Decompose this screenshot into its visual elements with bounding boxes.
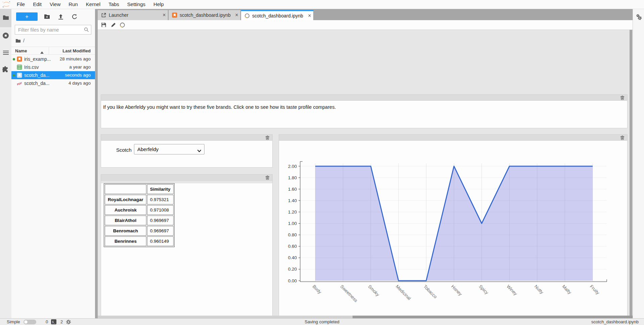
- tab-3-scotch-dashboard-ipynb[interactable]: scotch_dashboard.ipynb×: [241, 10, 314, 20]
- svg-text:1.20: 1.20: [288, 210, 297, 215]
- home-folder-icon: [15, 39, 21, 43]
- delete-cell-icon[interactable]: [265, 175, 270, 180]
- panel-splitter[interactable]: [95, 20, 98, 318]
- file-modified: 4 days ago: [68, 81, 91, 86]
- status-bar: Simple 0 $_ 2 Saving completed scotch_da…: [0, 318, 644, 325]
- right-sidebar-strip: [633, 9, 644, 318]
- svg-text:Fruity: Fruity: [589, 284, 601, 296]
- tab-label: scotch_dashboard.ipynb: [252, 13, 306, 18]
- taste-profile-area-chart: 0.000.200.400.600.801.001.201.401.601.80…: [279, 141, 627, 316]
- similarity-value: 0.969697: [147, 216, 174, 225]
- menu-kernel[interactable]: Kernel: [82, 1, 104, 7]
- jupyter-logo-icon: [2, 1, 11, 8]
- svg-text:Tobacco: Tobacco: [422, 284, 438, 299]
- notebook-icon: [17, 73, 22, 78]
- running-dot-icon: [13, 58, 15, 60]
- svg-text:0.20: 0.20: [288, 267, 297, 272]
- svg-text:1.40: 1.40: [288, 198, 297, 203]
- filter-files-input[interactable]: [15, 25, 91, 35]
- svg-text:0.40: 0.40: [288, 255, 297, 260]
- svg-text:Body: Body: [312, 284, 323, 295]
- similarity-table: Similarity RoyalLochnagar0.975321Auchroi…: [104, 183, 175, 247]
- menu-help[interactable]: Help: [149, 1, 168, 7]
- svg-text:PDF: PDF: [17, 82, 22, 86]
- notebook-icon: [172, 12, 177, 18]
- delete-cell-icon[interactable]: [265, 135, 270, 140]
- horizontal-scrollbar-track: [98, 316, 633, 318]
- menu-bar: FileEditViewRunKernelTabsSettingsHelp: [0, 0, 644, 9]
- table-row-royallochnagar[interactable]: RoyalLochnagar0.975321: [105, 195, 174, 204]
- brand-name[interactable]: Benromach: [105, 226, 146, 236]
- close-icon[interactable]: ×: [306, 13, 313, 19]
- new-folder-icon[interactable]: [44, 14, 50, 19]
- svg-text:Nutty: Nutty: [534, 284, 545, 295]
- close-icon[interactable]: ×: [160, 12, 168, 18]
- menu-run[interactable]: Run: [64, 1, 82, 7]
- brand-name[interactable]: BlairAthol: [105, 216, 146, 225]
- file-name: scotch_da...: [24, 73, 50, 78]
- delete-cell-icon[interactable]: [620, 135, 625, 140]
- cell-header: [101, 135, 272, 141]
- new-launcher-button[interactable]: +: [16, 12, 38, 21]
- menu-view[interactable]: View: [46, 1, 64, 7]
- svg-text:0.80: 0.80: [288, 232, 297, 237]
- file-browser-icon[interactable]: [3, 15, 9, 21]
- scotch-select[interactable]: Aberfeldy: [134, 144, 204, 154]
- column-header-last-modified[interactable]: Last Modified: [62, 48, 91, 53]
- svg-text:Smoky: Smoky: [367, 284, 380, 297]
- svg-text:2.00: 2.00: [288, 164, 297, 169]
- brand-name[interactable]: Benrinnes: [105, 236, 146, 246]
- file-row-2[interactable]: Iris.csva year ago: [11, 63, 95, 71]
- svg-text:Sweetness: Sweetness: [339, 284, 358, 303]
- edit-pencil-icon[interactable]: [111, 22, 116, 28]
- running-sessions-icon[interactable]: [2, 32, 9, 39]
- brand-name[interactable]: RoyalLochnagar: [105, 195, 146, 204]
- chart-cell: 0.000.200.400.600.801.001.201.401.601.80…: [279, 134, 628, 316]
- menu-edit[interactable]: Edit: [29, 1, 46, 7]
- save-icon[interactable]: [101, 22, 106, 28]
- similarity-value: 0.975321: [147, 195, 174, 204]
- svg-text:1.80: 1.80: [288, 175, 297, 180]
- similarity-value: 0.969697: [147, 226, 174, 236]
- file-browser-panel: + / Name: [11, 9, 95, 318]
- horizontal-scrollbar-thumb[interactable]: [353, 316, 633, 318]
- file-row-3[interactable]: scotch_da...seconds ago: [11, 71, 95, 79]
- property-inspector-gears-icon[interactable]: [635, 13, 642, 20]
- dropdown-cell: Scotch Aberfeldy: [101, 134, 273, 168]
- table-row-benromach[interactable]: Benromach0.969697: [105, 226, 174, 236]
- status-message: Saving completed: [0, 319, 644, 324]
- vertical-scrollbar[interactable]: [630, 30, 632, 316]
- table-row-auchroisk[interactable]: Auchroisk0.971008: [105, 205, 174, 215]
- tab-1-launcher[interactable]: Launcher×: [98, 10, 168, 20]
- sort-ascending-icon: [40, 50, 44, 52]
- file-row-4[interactable]: PDFscotch_da...4 days ago: [11, 79, 95, 87]
- kernel-status-icon[interactable]: [120, 22, 125, 28]
- text-cell: If you like Aberfeldy you might want to …: [101, 94, 628, 128]
- svg-text:0.60: 0.60: [288, 244, 297, 249]
- file-row-1[interactable]: iris_examp...28 minutes ago: [11, 55, 95, 63]
- refresh-icon[interactable]: [72, 14, 78, 19]
- breadcrumb[interactable]: /: [15, 38, 25, 44]
- column-header-name[interactable]: Name: [15, 48, 27, 53]
- search-icon: [84, 27, 89, 32]
- cell-header: [101, 175, 272, 181]
- file-modified: 28 minutes ago: [60, 56, 91, 61]
- table-of-contents-icon[interactable]: [3, 50, 9, 56]
- table-row-blairathol[interactable]: BlairAthol0.969697: [105, 216, 174, 225]
- dock-tab-bar: Launcher×scotch_dashboard.ipynb×scotch_d…: [95, 9, 633, 20]
- menu-settings[interactable]: Settings: [123, 1, 149, 7]
- breadcrumb-root[interactable]: /: [23, 38, 25, 43]
- delete-cell-icon[interactable]: [620, 95, 625, 100]
- pdf-icon: PDF: [17, 81, 22, 86]
- table-row-benrinnes[interactable]: Benrinnes0.960149: [105, 236, 174, 246]
- svg-text:Honey: Honey: [450, 284, 463, 297]
- file-modified: seconds ago: [65, 73, 91, 78]
- extension-manager-icon[interactable]: [2, 65, 9, 73]
- brand-name[interactable]: Auchroisk: [105, 205, 146, 215]
- close-icon[interactable]: ×: [233, 12, 240, 18]
- tab-2-scotch-dashboard-ipynb[interactable]: scotch_dashboard.ipynb×: [169, 10, 241, 20]
- menu-file[interactable]: File: [13, 1, 29, 7]
- menu-tabs[interactable]: Tabs: [104, 1, 123, 7]
- scotch-select-label: Scotch: [116, 147, 132, 153]
- upload-icon[interactable]: [58, 14, 64, 19]
